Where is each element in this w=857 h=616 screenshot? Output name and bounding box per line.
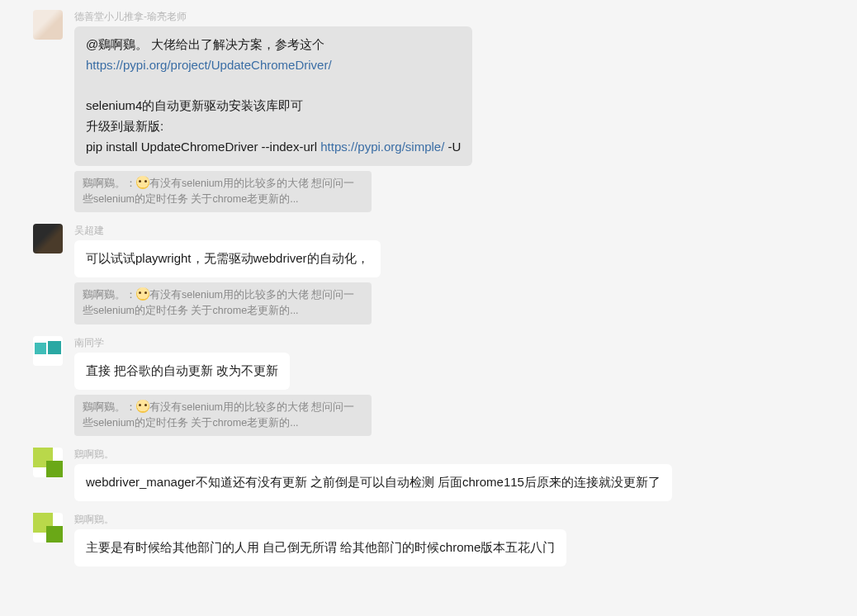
message-text: @鷄啊鷄。 大佬给出了解决方案，参考这个 (86, 37, 324, 51)
message-bubble[interactable]: 可以试试playwright，无需驱动webdriver的自动化， (74, 240, 381, 277)
sender-name[interactable]: 南同学 (74, 336, 824, 349)
message-body: 德善堂小儿推拿-瑜亮老师 @鷄啊鷄。 大佬给出了解决方案，参考这个 https:… (74, 10, 824, 212)
message-text: selenium4的自动更新驱动安装该库即可 (86, 98, 303, 112)
chat-message: 南同学 直接 把谷歌的自动更新 改为不更新 鷄啊鷄。：有没有selenium用的… (0, 333, 857, 440)
chat-message: 吴超建 可以试试playwright，无需驱动webdriver的自动化， 鷄啊… (0, 220, 857, 328)
message-bubble[interactable]: @鷄啊鷄。 大佬给出了解决方案，参考这个 https://pypi.org/pr… (74, 26, 472, 166)
chat-message: 德善堂小儿推拿-瑜亮老师 @鷄啊鷄。 大佬给出了解决方案，参考这个 https:… (0, 7, 857, 216)
message-body: 吴超建 可以试试playwright，无需驱动webdriver的自动化， 鷄啊… (74, 224, 824, 325)
message-text: 直接 把谷歌的自动更新 改为不更新 (86, 363, 278, 377)
link[interactable]: https://pypi.org/project/UpdateChromeDri… (86, 58, 332, 72)
chat-message: 鷄啊鷄。 webdriver_manager不知道还有没有更新 之前倒是可以自动… (0, 444, 857, 505)
avatar[interactable] (33, 448, 63, 477)
link[interactable]: https://pypi.org/simple/ (320, 140, 444, 154)
quote-sender: 鷄啊鷄。 (83, 178, 125, 189)
message-bubble[interactable]: webdriver_manager不知道还有没有更新 之前倒是可以自动检测 后面… (74, 464, 672, 501)
quoted-message[interactable]: 鷄啊鷄。：有没有selenium用的比较多的大佬 想问问一些selenium的定… (74, 395, 372, 437)
chat-message: 鷄啊鷄。 主要是有时候给其他部门的人用 自己倒无所谓 给其他部门的时候chrom… (0, 509, 857, 570)
sender-name[interactable]: 鷄啊鷄。 (74, 513, 824, 526)
avatar[interactable] (33, 224, 63, 254)
sender-name[interactable]: 吴超建 (74, 224, 824, 237)
quote-sep: ： (125, 289, 136, 301)
quoted-message[interactable]: 鷄啊鷄。：有没有selenium用的比较多的大佬 想问问一些selenium的定… (74, 171, 372, 213)
message-bubble[interactable]: 主要是有时候给其他部门的人用 自己倒无所谓 给其他部门的时候chrome版本五花… (74, 529, 566, 566)
message-bubble[interactable]: 直接 把谷歌的自动更新 改为不更新 (74, 353, 290, 390)
message-text: -U (444, 140, 461, 154)
avatar[interactable] (33, 513, 63, 543)
thinking-emoji-icon (136, 400, 149, 413)
avatar[interactable] (33, 10, 63, 40)
message-text: 主要是有时候给其他部门的人用 自己倒无所谓 给其他部门的时候chrome版本五花… (86, 540, 555, 554)
message-text: pip install UpdateChromeDriver --index-u… (86, 140, 320, 154)
message-text: 可以试试playwright，无需驱动webdriver的自动化， (86, 251, 369, 265)
message-body: 鷄啊鷄。 主要是有时候给其他部门的人用 自己倒无所谓 给其他部门的时候chrom… (74, 513, 824, 566)
quote-sep: ： (125, 401, 136, 413)
quoted-message[interactable]: 鷄啊鷄。：有没有selenium用的比较多的大佬 想问问一些selenium的定… (74, 282, 372, 325)
avatar[interactable] (33, 336, 63, 366)
quote-sender: 鷄啊鷄。 (83, 289, 125, 301)
sender-name[interactable]: 鷄啊鷄。 (74, 448, 824, 461)
quote-sep: ： (125, 178, 136, 189)
message-text: webdriver_manager不知道还有没有更新 之前倒是可以自动检测 后面… (86, 475, 661, 489)
message-text: 升级到最新版: (86, 119, 163, 133)
sender-name[interactable]: 德善堂小儿推拿-瑜亮老师 (74, 10, 824, 23)
thinking-emoji-icon (136, 287, 149, 301)
message-body: 南同学 直接 把谷歌的自动更新 改为不更新 鷄啊鷄。：有没有selenium用的… (74, 336, 824, 437)
message-body: 鷄啊鷄。 webdriver_manager不知道还有没有更新 之前倒是可以自动… (74, 448, 824, 501)
thinking-emoji-icon (136, 176, 149, 189)
quote-sender: 鷄啊鷄。 (83, 401, 125, 413)
